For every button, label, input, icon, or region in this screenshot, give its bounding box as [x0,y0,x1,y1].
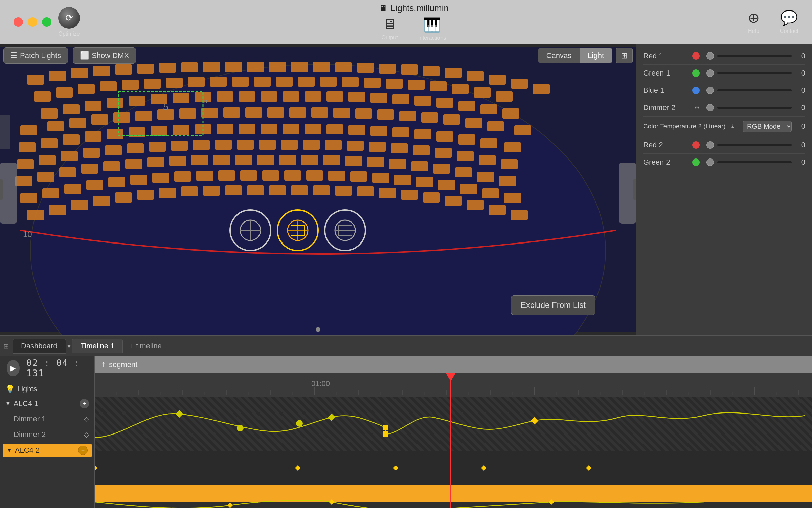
red2-slider[interactable] [717,144,792,146]
grid-button[interactable]: ⊞ [616,48,633,63]
dimmer2-track-label: Dimmer 2 [14,430,46,439]
timecode-frames: 131 [26,368,44,378]
alc4-2-add-button[interactable]: + [78,446,88,455]
contact-label: Contact [780,28,798,34]
svg-rect-62 [348,92,365,102]
svg-rect-77 [179,108,196,119]
red1-slider-area: 0 [684,51,805,60]
green2-toggle[interactable] [706,158,714,166]
svg-rect-120 [105,145,122,155]
svg-rect-138 [501,159,518,169]
svg-rect-131 [347,141,364,151]
minimize-button[interactable] [28,17,37,27]
svg-rect-85 [355,108,372,119]
svg-rect-78 [201,108,218,118]
blue1-label: Blue 1 [643,86,684,95]
svg-rect-200 [357,186,374,196]
svg-rect-4 [71,68,88,78]
svg-rect-117 [39,155,56,165]
svg-rect-182 [460,184,477,194]
gear-icon: ⚙ [694,104,700,111]
svg-text:-10: -10 [20,230,32,239]
blue1-toggle[interactable] [706,87,714,94]
dimmer1-track: Dimmer 1 ◇ [0,411,94,427]
red1-slider[interactable] [717,55,792,57]
tracks-area [95,397,812,508]
svg-rect-72 [69,118,86,128]
svg-rect-203 [423,192,440,203]
help-button[interactable]: ⊕ Help [748,9,760,34]
right-collapse-button[interactable]: ‹ [633,179,636,200]
svg-rect-50 [85,101,102,111]
tab-dropdown-arrow[interactable]: ▾ [67,342,71,350]
optimize-button[interactable]: ⟳ Optimize [58,7,80,37]
svg-rect-162 [20,193,37,203]
svg-rect-61 [326,91,343,102]
interactions-button[interactable]: 🎹 Interactions [418,16,446,41]
svg-rect-33 [188,77,205,87]
svg-rect-167 [130,175,147,185]
svg-rect-267 [531,417,539,425]
svg-rect-79 [223,107,240,118]
svg-rect-161 [499,176,516,186]
color-mode-select[interactable]: RGB Mode White Mode CCT Mode [743,121,792,132]
add-timeline-button[interactable]: + timeline [124,339,167,353]
svg-rect-144 [125,159,142,169]
svg-rect-195 [247,185,264,195]
svg-rect-91 [487,121,504,131]
green2-slider[interactable] [717,161,792,163]
alc4-1-header[interactable]: ▼ ALC4 1 + [0,396,94,411]
left-collapse-button[interactable]: › [0,179,3,200]
svg-rect-23 [489,75,506,85]
exclude-popup[interactable]: Exclude From List [511,295,595,315]
svg-marker-275 [586,465,591,471]
close-button[interactable] [14,17,23,27]
svg-rect-160 [477,172,494,182]
svg-rect-43 [408,80,425,90]
light-view-button[interactable]: Light [580,48,612,63]
svg-rect-150 [257,155,274,165]
svg-rect-86 [377,109,394,120]
dimmer2-slider[interactable] [717,107,792,109]
maximize-button[interactable] [42,17,51,27]
green1-label: Green 1 [643,69,684,78]
dimmer2-value: 0 [795,103,805,112]
red2-toggle[interactable] [706,141,714,149]
pagination-dot [316,327,320,332]
timeline1-tab[interactable]: Timeline 1 [72,339,123,353]
svg-rect-49 [63,104,80,114]
green1-toggle[interactable] [706,69,714,77]
dimmer2-toggle[interactable] [706,104,714,111]
patch-lights-button[interactable]: ☰ Patch Lights [3,47,68,64]
output-icon: 🖥 [383,16,397,33]
svg-rect-34 [210,77,227,87]
show-dmx-button[interactable]: ⬜ Show DMX [73,47,136,64]
dimmer2-track: Dimmer 2 ◇ [0,427,94,442]
blue1-slider[interactable] [717,89,792,91]
svg-rect-59 [283,91,299,102]
output-button[interactable]: 🖥 Output [382,16,398,41]
alc4-1-add-button[interactable]: + [80,399,89,408]
svg-rect-108 [348,125,365,135]
svg-rect-25 [533,84,550,94]
colortemp-label: Color Temperature 2 (Linear) [643,123,726,130]
red2-label: Red 2 [643,141,684,149]
svg-rect-83 [311,107,328,118]
green1-slider[interactable] [717,72,792,74]
svg-rect-169 [174,171,191,182]
canvas-view-button[interactable]: Canvas [538,48,580,63]
svg-rect-164 [64,184,81,194]
contact-button[interactable]: 💬 Contact [780,9,798,34]
alc4-2-header[interactable]: ▼ ALC4 2 + [3,444,92,457]
svg-rect-177 [350,171,367,182]
alc4-1-label: ALC4 1 [14,399,38,408]
svg-rect-154 [345,156,362,166]
svg-rect-106 [304,124,321,134]
svg-rect-142 [81,164,98,174]
svg-rect-170 [196,171,213,181]
svg-rect-228 [0,115,10,149]
red1-toggle[interactable] [706,52,714,60]
svg-rect-22 [467,71,484,81]
dashboard-tab[interactable]: Dashboard [13,339,66,354]
play-button[interactable]: ▶ [7,360,20,376]
